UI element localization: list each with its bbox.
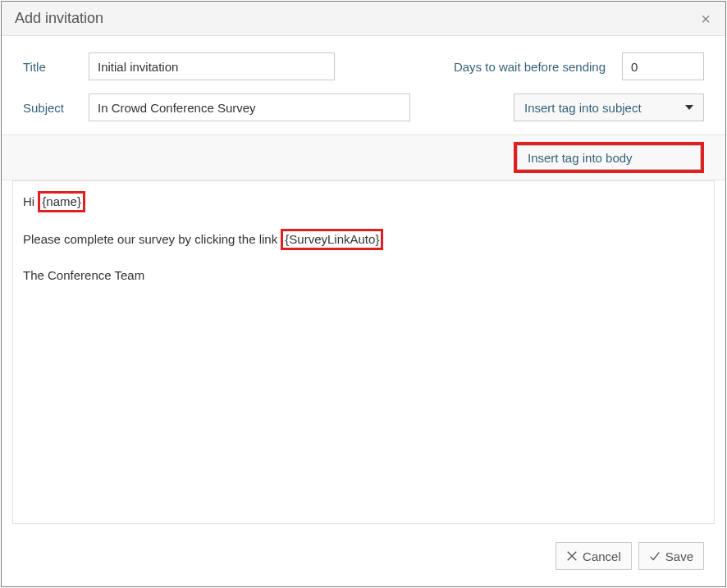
highlight-name-tag: {name}	[38, 191, 85, 212]
link-line-prefix: Please complete our survey by clicking t…	[23, 232, 281, 246]
insert-tag-body-label: Insert tag into body	[528, 151, 633, 165]
row-title: Title Days to wait before sending	[2, 36, 725, 87]
row-subject: Subject Insert tag into subject	[2, 87, 725, 128]
save-button[interactable]: Save	[638, 542, 704, 570]
body-line-greeting: Hi {name}	[23, 191, 704, 212]
highlight-surveylink-tag: {SurveyLinkAuto}	[281, 229, 383, 250]
insert-tag-subject-label: Insert tag into subject	[524, 101, 642, 115]
body-editor[interactable]: Hi {name} Please complete our survey by …	[12, 180, 715, 524]
save-label: Save	[665, 549, 693, 563]
dialog-header: Add invitation ×	[2, 2, 725, 36]
subject-label: Subject	[23, 101, 89, 115]
dialog-title: Add invitation	[15, 10, 103, 27]
dialog-body: Title Days to wait before sending Subjec…	[2, 36, 725, 586]
title-input[interactable]	[89, 52, 335, 80]
cancel-button[interactable]: Cancel	[556, 542, 632, 570]
close-icon	[566, 550, 578, 562]
insert-tag-subject-dropdown[interactable]: Insert tag into subject	[514, 93, 704, 121]
body-toolbar: Insert tag into body	[2, 134, 725, 180]
greeting-prefix: Hi	[23, 194, 38, 208]
title-label: Title	[23, 60, 89, 74]
body-line-link: Please complete our survey by clicking t…	[23, 229, 704, 250]
close-icon[interactable]: ×	[697, 11, 714, 27]
insert-tag-body-dropdown[interactable]: Insert tag into body	[517, 145, 701, 170]
days-label: Days to wait before sending	[454, 60, 606, 74]
dialog-footer: Cancel Save	[2, 534, 725, 586]
cancel-label: Cancel	[583, 549, 621, 563]
chevron-down-icon	[685, 105, 693, 110]
body-line-signature: The Conference Team	[23, 267, 704, 284]
subject-input[interactable]	[89, 93, 410, 121]
days-input[interactable]	[622, 52, 704, 80]
check-icon	[649, 550, 661, 562]
add-invitation-dialog: Add invitation × Title Days to wait befo…	[1, 1, 726, 587]
highlight-box-body-dropdown: Insert tag into body	[514, 142, 704, 173]
